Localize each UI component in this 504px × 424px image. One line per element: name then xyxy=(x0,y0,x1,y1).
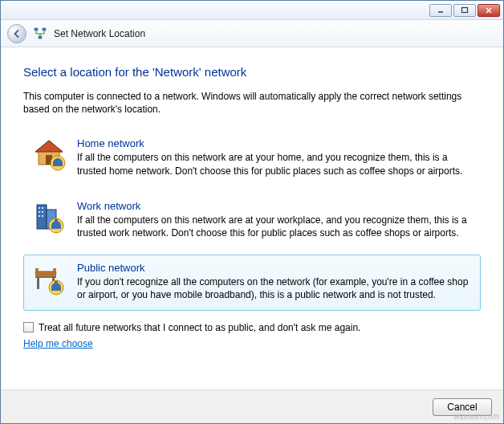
option-work-network[interactable]: Work network If all the computers on thi… xyxy=(23,193,481,248)
option-desc: If all the computers on this network are… xyxy=(77,151,472,177)
watermark: wsxwsn.com xyxy=(453,412,499,421)
svg-rect-1 xyxy=(462,7,468,12)
svg-rect-28 xyxy=(37,278,39,289)
svg-rect-4 xyxy=(35,28,38,31)
svg-rect-33 xyxy=(55,281,58,286)
public-icon xyxy=(32,262,66,301)
option-public-text: Public network If you don't recognize al… xyxy=(77,262,472,301)
work-icon xyxy=(32,200,66,239)
treat-public-checkbox[interactable] xyxy=(23,322,34,332)
option-home-text: Home network If all the computers on thi… xyxy=(77,137,472,177)
treat-public-checkbox-row: Treat all future networks that I connect… xyxy=(23,322,481,333)
back-button[interactable] xyxy=(7,24,26,43)
option-desc: If all the computers on this network are… xyxy=(77,214,472,239)
svg-rect-25 xyxy=(35,271,56,275)
header-bar: Set Network Location xyxy=(1,20,503,47)
svg-rect-31 xyxy=(53,268,56,271)
svg-rect-20 xyxy=(42,211,43,213)
dialog-window: Set Network Location Select a location f… xyxy=(0,0,504,424)
maximize-button[interactable] xyxy=(453,4,476,17)
svg-rect-5 xyxy=(43,28,46,31)
svg-rect-19 xyxy=(39,211,40,213)
svg-rect-24 xyxy=(55,219,58,224)
window-buttons xyxy=(429,4,503,17)
main-instruction: Select a location for the 'Network' netw… xyxy=(23,65,481,79)
network-icon xyxy=(33,26,47,41)
main-description: This computer is connected to a network.… xyxy=(23,90,481,116)
svg-rect-21 xyxy=(39,215,40,217)
svg-marker-12 xyxy=(35,141,63,152)
titlebar xyxy=(1,1,503,20)
svg-rect-18 xyxy=(42,207,43,209)
svg-rect-22 xyxy=(42,215,43,217)
checkbox-label: Treat all future networks that I connect… xyxy=(39,322,360,333)
close-button[interactable] xyxy=(478,4,500,17)
svg-rect-17 xyxy=(39,207,40,209)
help-me-choose-link[interactable]: Help me choose xyxy=(23,338,93,349)
network-options: Home network If all the computers on thi… xyxy=(23,130,481,310)
header-title: Set Network Location xyxy=(54,28,145,39)
svg-rect-27 xyxy=(35,276,56,278)
content-area: Select a location for the 'Network' netw… xyxy=(1,47,503,389)
option-title: Public network xyxy=(77,262,472,274)
option-title: Home network xyxy=(77,137,472,149)
option-desc: If you don't recognize all the computers… xyxy=(77,275,472,301)
svg-rect-6 xyxy=(39,36,42,39)
minimize-button[interactable] xyxy=(429,4,452,17)
home-icon xyxy=(32,137,66,177)
option-public-network[interactable]: Public network If you don't recognize al… xyxy=(23,255,481,310)
option-home-network[interactable]: Home network If all the computers on thi… xyxy=(23,130,481,186)
option-title: Work network xyxy=(77,200,472,212)
footer: Cancel xyxy=(1,389,503,423)
svg-rect-30 xyxy=(35,268,39,271)
option-work-text: Work network If all the computers on thi… xyxy=(77,200,472,239)
svg-rect-26 xyxy=(35,275,56,276)
